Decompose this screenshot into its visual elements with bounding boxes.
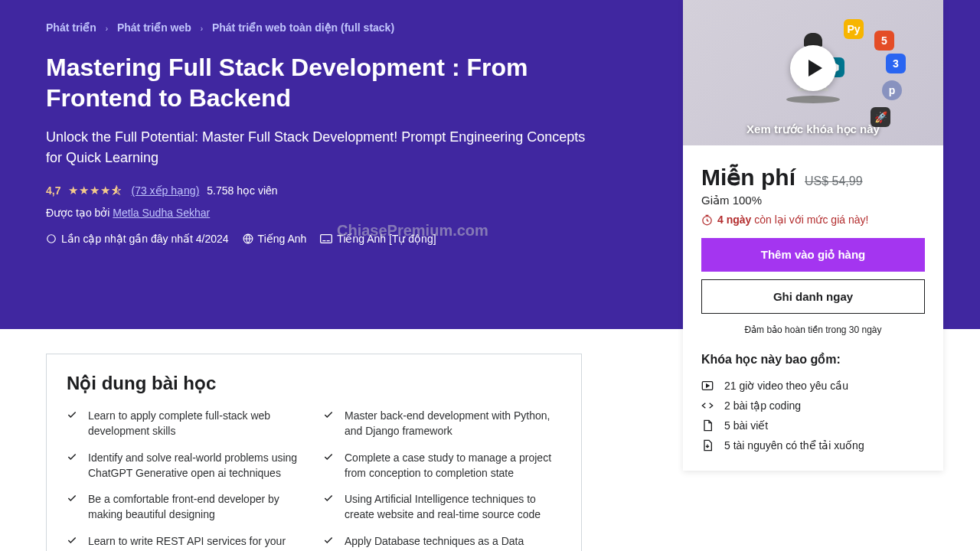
learn-item: Learn to apply complete full-stack web d… bbox=[67, 408, 305, 439]
breadcrumb-l3[interactable]: Phát triển web toàn diện (full stack) bbox=[212, 21, 394, 34]
check-icon bbox=[67, 452, 77, 462]
includes-list: 21 giờ video theo yêu cầu 2 bài tập codi… bbox=[701, 376, 925, 455]
breadcrumb-l1[interactable]: Phát triển bbox=[46, 21, 96, 34]
includes-item: 5 bài viết bbox=[701, 416, 925, 435]
cc-icon bbox=[320, 234, 332, 243]
download-icon bbox=[701, 439, 714, 452]
price-original: US$ 54,99 bbox=[805, 174, 863, 188]
play-button[interactable] bbox=[790, 45, 836, 91]
add-to-cart-button[interactable]: Thêm vào giỏ hàng bbox=[701, 238, 925, 272]
svg-rect-2 bbox=[321, 235, 332, 243]
includes-item: 5 tài nguyên có thể tải xuống bbox=[701, 435, 925, 455]
check-icon bbox=[323, 409, 334, 420]
course-subtitle: Unlock the Full Potential: Master Full S… bbox=[46, 127, 597, 168]
chevron-right-icon: › bbox=[106, 24, 108, 33]
svg-point-0 bbox=[47, 235, 56, 243]
learn-item: Identify and solve real-world problems u… bbox=[67, 450, 305, 481]
timer-rest: còn lại với mức giá này! bbox=[751, 214, 868, 226]
learn-item: Using Artificial Intelligence techniques… bbox=[323, 491, 561, 523]
enroll-button[interactable]: Ghi danh ngay bbox=[701, 279, 925, 314]
created-by-label: Được tạo bởi bbox=[46, 207, 113, 219]
includes-title: Khóa học này bao gồm: bbox=[701, 352, 925, 367]
language: Tiếng Anh bbox=[258, 233, 307, 245]
clock-icon bbox=[701, 214, 713, 226]
play-icon bbox=[808, 60, 822, 77]
timer-days: 4 ngày bbox=[717, 214, 751, 226]
course-title: Mastering Full Stack Development : From … bbox=[46, 52, 597, 113]
last-update: Lần cập nhật gần đây nhất 4/2024 bbox=[61, 233, 229, 245]
check-icon bbox=[323, 452, 334, 462]
check-icon bbox=[67, 409, 77, 420]
author-link[interactable]: Metla Sudha Sekhar bbox=[113, 207, 210, 219]
learn-item: Learn to write REST API services for you… bbox=[67, 533, 305, 549]
check-icon bbox=[67, 493, 77, 504]
learn-item: Master back-end development with Python,… bbox=[323, 408, 561, 439]
discount-label: Giảm 100% bbox=[701, 194, 925, 207]
chevron-right-icon: › bbox=[201, 24, 203, 33]
learn-item: Complete a case study to manage a projec… bbox=[323, 450, 561, 481]
preview-label: Xem trước khóa học này bbox=[746, 122, 880, 136]
includes-item: 2 bài tập coding bbox=[701, 396, 925, 416]
watermark: ChiasePremium.com bbox=[337, 222, 488, 240]
globe-icon bbox=[243, 233, 253, 244]
learn-title: Nội dung bài học bbox=[67, 373, 561, 394]
breadcrumb-l2[interactable]: Phát triển web bbox=[117, 21, 191, 34]
learn-grid: Learn to apply complete full-stack web d… bbox=[67, 408, 561, 549]
ratings-link[interactable]: (73 xếp hạng) bbox=[131, 184, 199, 197]
includes-item: 21 giờ video theo yêu cầu bbox=[701, 376, 925, 396]
hero-section: Phát triển › Phát triển web › Phát triển… bbox=[0, 0, 980, 329]
check-icon bbox=[323, 493, 334, 504]
sidebar-card: Py 5 3 p 🚀 ⬢ Xem trước khóa học này Miễn… bbox=[683, 0, 943, 471]
learn-box: Nội dung bài học Learn to apply complete… bbox=[46, 354, 582, 551]
learn-item: Apply Database techniques as a Data bbox=[323, 533, 561, 549]
students-count: 5.758 học viên bbox=[207, 184, 277, 197]
file-icon bbox=[701, 419, 714, 432]
check-icon bbox=[67, 535, 77, 546]
badge-icon bbox=[46, 233, 57, 244]
guarantee-text: Đảm bảo hoàn tiền trong 30 ngày bbox=[701, 324, 925, 335]
preview-box[interactable]: Py 5 3 p 🚀 ⬢ Xem trước khóa học này bbox=[683, 0, 943, 145]
timer-row: 4 ngày còn lại với mức giá này! bbox=[701, 214, 925, 226]
video-icon bbox=[701, 380, 714, 391]
learn-item: Be a comfortable front-end developer by … bbox=[67, 491, 305, 523]
content-section: Nội dung bài học Learn to apply complete… bbox=[0, 329, 628, 551]
code-icon bbox=[701, 400, 714, 411]
stars-icon: ★★★★⯪ bbox=[68, 184, 123, 197]
price-current: Miễn phí bbox=[701, 164, 795, 191]
rating-value: 4,7 bbox=[46, 184, 60, 197]
check-icon bbox=[323, 535, 334, 546]
